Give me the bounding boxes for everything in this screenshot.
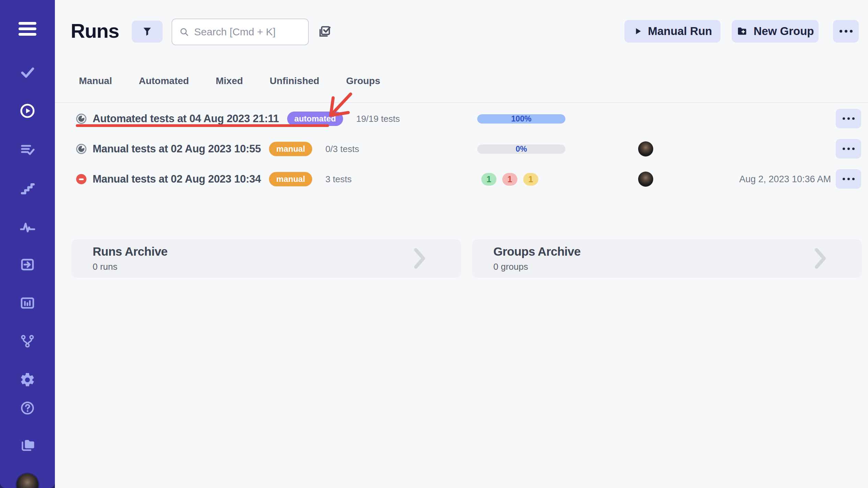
run-title[interactable]: Manual tests at 02 Aug 2023 10:55	[93, 143, 261, 155]
list-check-icon[interactable]	[0, 141, 55, 158]
ellipsis-icon	[843, 178, 855, 180]
tests-count: 19/19 tests	[356, 114, 400, 124]
sidebar	[0, 0, 55, 488]
run-title[interactable]: Manual tests at 02 Aug 2023 10:34	[93, 173, 261, 185]
row-more-button[interactable]	[836, 109, 861, 128]
manual-badge: manual	[269, 142, 312, 156]
tests-count: 0/3 tests	[325, 144, 359, 154]
tab-automated[interactable]: Automated	[139, 75, 189, 86]
bar-chart-icon[interactable]	[0, 295, 55, 311]
folder-plus-icon	[736, 25, 748, 37]
runs-archive-count: 0 runs	[93, 262, 167, 272]
finished-at: Aug 2, 2023 10:36 AM	[739, 164, 831, 194]
run-stopped-icon	[76, 174, 86, 184]
runs-archive-title: Runs Archive	[93, 245, 167, 258]
select-check-icon	[316, 23, 333, 40]
manual-run-label: Manual Run	[648, 25, 712, 38]
progress-label: 100%	[477, 114, 565, 124]
run-progress-pie-icon	[76, 144, 86, 154]
progress-bar: 0%	[477, 144, 565, 154]
assignee-avatar[interactable]	[638, 141, 653, 156]
skipped-count-badge: 1	[523, 173, 538, 186]
chevron-right-icon	[814, 248, 826, 269]
page-title: Runs	[71, 19, 119, 42]
run-type-tabs: Manual Automated Mixed Unfinished Groups	[79, 75, 380, 86]
help-icon[interactable]	[0, 400, 55, 416]
row-more-button[interactable]	[836, 169, 861, 189]
progress-label: 0%	[477, 144, 565, 154]
search-box	[172, 19, 309, 45]
import-icon[interactable]	[0, 256, 55, 273]
check-icon[interactable]	[0, 64, 55, 81]
tab-mixed[interactable]: Mixed	[216, 75, 243, 86]
tab-groups[interactable]: Groups	[346, 75, 380, 86]
row-more-button[interactable]	[836, 139, 861, 159]
run-title[interactable]: Automated tests at 04 Aug 2023 21:11	[93, 113, 279, 125]
runs-page: Runs Manual Run New Group	[0, 0, 868, 488]
activity-icon[interactable]	[0, 218, 55, 235]
tab-unfinished[interactable]: Unfinished	[270, 75, 319, 86]
run-row[interactable]: Manual tests at 02 Aug 2023 10:34 manual…	[55, 164, 868, 194]
play-icon	[633, 26, 643, 36]
ellipsis-icon	[840, 30, 853, 33]
manual-badge: manual	[269, 172, 312, 186]
tab-manual[interactable]: Manual	[79, 75, 112, 86]
progress-bar: 100%	[477, 114, 565, 124]
new-group-button[interactable]: New Group	[732, 20, 819, 43]
play-circle-icon[interactable]	[0, 103, 55, 119]
run-row[interactable]: Automated tests at 04 Aug 2023 21:11 aut…	[55, 104, 868, 134]
settings-gear-icon[interactable]	[0, 372, 55, 388]
folders-icon[interactable]	[0, 437, 55, 454]
ellipsis-icon	[843, 148, 855, 150]
passed-count-badge: 1	[481, 173, 496, 186]
annotation-red-underline	[76, 124, 329, 127]
failed-count-badge: 1	[502, 173, 517, 186]
tests-count: 3 tests	[325, 174, 352, 185]
menu-icon[interactable]	[0, 19, 55, 38]
assignee-avatar[interactable]	[638, 172, 653, 187]
manual-run-button[interactable]: Manual Run	[624, 20, 720, 43]
groups-archive-card[interactable]: Groups Archive 0 groups	[472, 239, 862, 278]
header-more-button[interactable]	[833, 20, 859, 43]
result-counts: 1 1 1	[481, 173, 538, 186]
new-group-label: New Group	[753, 25, 814, 38]
run-progress-pie-icon	[76, 114, 86, 124]
groups-archive-count: 0 groups	[493, 262, 580, 272]
bulk-select-button[interactable]	[315, 22, 334, 41]
tabs-divider	[55, 102, 868, 103]
runs-archive-card[interactable]: Runs Archive 0 runs	[71, 239, 461, 278]
search-icon	[179, 26, 189, 38]
annotation-red-arrow	[319, 86, 360, 124]
filter-button[interactable]	[132, 21, 163, 43]
user-avatar[interactable]	[0, 474, 55, 488]
steps-icon[interactable]	[0, 180, 55, 197]
git-branch-icon[interactable]	[0, 333, 55, 349]
chevron-right-icon	[414, 248, 425, 269]
run-row[interactable]: Manual tests at 02 Aug 2023 10:55 manual…	[55, 134, 868, 164]
groups-archive-title: Groups Archive	[493, 245, 580, 258]
search-input[interactable]	[194, 26, 301, 38]
funnel-icon	[142, 26, 153, 37]
ellipsis-icon	[843, 117, 855, 120]
